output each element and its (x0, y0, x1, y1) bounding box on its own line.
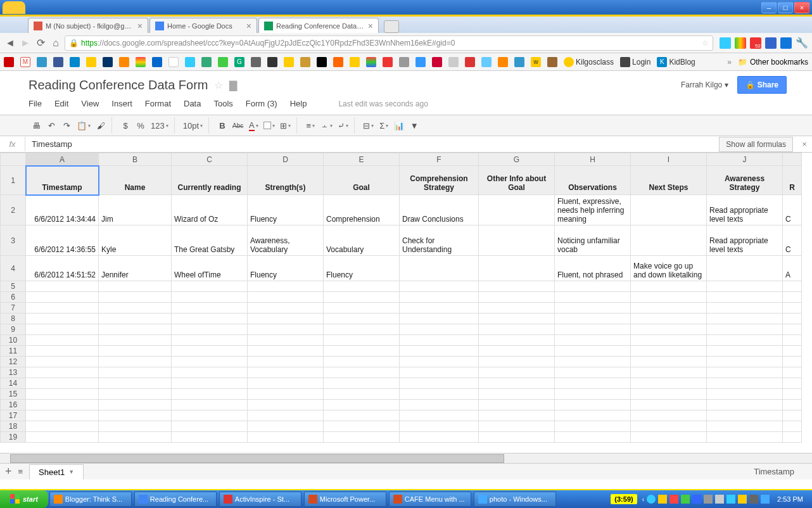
ext-icon-calendar[interactable]: 52 (750, 37, 761, 49)
col-header-B[interactable]: B (99, 153, 172, 166)
cell-13-3[interactable] (248, 367, 324, 378)
cell-19-3[interactable] (248, 432, 324, 443)
cell-3-G[interactable] (479, 225, 555, 256)
cell-6-7[interactable] (555, 292, 631, 303)
bm-icon-23[interactable] (366, 57, 376, 67)
bm-icon-6[interactable] (86, 57, 96, 67)
cell-13-7[interactable] (555, 367, 631, 378)
paint-format-button[interactable]: 🖌 (94, 118, 108, 132)
cell-13-9[interactable] (707, 367, 783, 378)
cell-9-9[interactable] (707, 324, 783, 335)
bm-login[interactable]: Login (620, 57, 650, 67)
paste-button[interactable]: 📋 (75, 118, 92, 132)
cell-19-10[interactable] (783, 432, 802, 443)
folder-icon[interactable]: ▇ (229, 79, 237, 91)
cell-10-3[interactable] (248, 335, 324, 346)
reload-button[interactable]: ⟳ (34, 37, 47, 49)
cell-7-4[interactable] (324, 303, 400, 314)
fx-close-button[interactable]: × (797, 139, 812, 149)
bm-icon-16[interactable] (251, 57, 261, 67)
cell-8-7[interactable] (555, 314, 631, 324)
cell-12-3[interactable] (248, 357, 324, 367)
cell-18-10[interactable] (783, 421, 802, 432)
bm-icon-14[interactable] (218, 57, 228, 67)
cell-12-4[interactable] (324, 357, 400, 367)
row-header-11[interactable]: 11 (1, 346, 26, 357)
cell-5-0[interactable] (26, 281, 99, 292)
cell-16-6[interactable] (479, 400, 555, 410)
cell-15-5[interactable] (400, 389, 479, 400)
cell-12-1[interactable] (99, 357, 172, 367)
bm-icon-31[interactable] (498, 57, 508, 67)
row-header-9[interactable]: 9 (1, 324, 26, 335)
cell-2-G[interactable] (479, 195, 555, 225)
print-button[interactable]: 🖶 (29, 118, 43, 132)
cell-15-10[interactable] (783, 389, 802, 400)
all-sheets-button[interactable]: ≡ (18, 467, 23, 476)
cell-4-F[interactable] (400, 256, 479, 281)
cell-16-1[interactable] (99, 400, 172, 410)
bm-icon-28[interactable] (448, 57, 459, 67)
bm-youtube-icon[interactable] (4, 57, 14, 67)
tray-icon-11[interactable] (761, 495, 770, 504)
tray-icon-2[interactable] (658, 495, 667, 504)
row-header-7[interactable]: 7 (1, 303, 26, 314)
tray-icon-10[interactable] (749, 495, 758, 504)
number-format-button[interactable]: 123 (149, 118, 170, 132)
menu-data[interactable]: Data (184, 99, 201, 108)
cell-18-0[interactable] (26, 421, 99, 432)
header-cell-partial[interactable]: R (783, 166, 802, 195)
cell-15-0[interactable] (26, 389, 99, 400)
row-header-13[interactable]: 13 (1, 367, 26, 378)
cell-2-F[interactable]: Draw Conclusions (400, 195, 479, 225)
borders-button[interactable]: ⊞ (278, 118, 293, 132)
cell-16-8[interactable] (631, 400, 707, 410)
tab-close-icon[interactable]: × (244, 21, 251, 31)
fx-input[interactable]: Timestamp (25, 139, 719, 149)
cell-14-9[interactable] (707, 378, 783, 389)
cell-17-2[interactable] (172, 410, 248, 421)
browser-tab-1[interactable]: Home - Google Docs× (149, 18, 257, 33)
cell-15-3[interactable] (248, 389, 324, 400)
bm-icon-34[interactable] (547, 57, 557, 67)
tray-icon-9[interactable] (738, 495, 747, 504)
cell-5-4[interactable] (324, 281, 400, 292)
row-header-8[interactable]: 8 (1, 314, 26, 324)
tray-icon-3[interactable] (669, 495, 678, 504)
other-bookmarks[interactable]: 📁Other bookmarks (738, 58, 808, 67)
bm-icon-15[interactable]: G (234, 57, 244, 67)
cell-6-4[interactable] (324, 292, 400, 303)
undo-button[interactable]: ↶ (44, 118, 58, 132)
spreadsheet-grid[interactable]: ABCDEFGHIJ1TimestampNameCurrently readin… (0, 153, 812, 463)
cell-16-10[interactable] (783, 400, 802, 410)
strike-button[interactable]: Abc (231, 118, 245, 132)
cell-9-3[interactable] (248, 324, 324, 335)
cell-10-8[interactable] (631, 335, 707, 346)
cell-12-8[interactable] (631, 357, 707, 367)
cell-19-2[interactable] (172, 432, 248, 443)
bm-icon-33[interactable]: w (531, 57, 541, 67)
cell-10-0[interactable] (26, 335, 99, 346)
cell-15-6[interactable] (479, 389, 555, 400)
row-header-16[interactable]: 16 (1, 400, 26, 410)
bm-icon-24[interactable] (383, 57, 393, 67)
cell-17-4[interactable] (324, 410, 400, 421)
cell-3-E[interactable]: Vocabulary (324, 225, 400, 256)
cell-18-3[interactable] (248, 421, 324, 432)
cell-7-9[interactable] (707, 303, 783, 314)
cell-11-0[interactable] (26, 346, 99, 357)
row-header-12[interactable]: 12 (1, 357, 26, 367)
cell-14-3[interactable] (248, 378, 324, 389)
cell-5-2[interactable] (172, 281, 248, 292)
cell-10-9[interactable] (707, 335, 783, 346)
cell-9-2[interactable] (172, 324, 248, 335)
header-cell-7[interactable]: Observations (555, 166, 631, 195)
taskbar-item-1[interactable]: Reading Confere... (134, 492, 217, 507)
cell-7-5[interactable] (400, 303, 479, 314)
bm-pinterest-icon[interactable] (432, 57, 442, 67)
cell-17-3[interactable] (248, 410, 324, 421)
row-header-10[interactable]: 10 (1, 335, 26, 346)
header-cell-6[interactable]: Other Info about Goal (479, 166, 555, 195)
cell-8-6[interactable] (479, 314, 555, 324)
menu-format[interactable]: Format (145, 99, 171, 108)
